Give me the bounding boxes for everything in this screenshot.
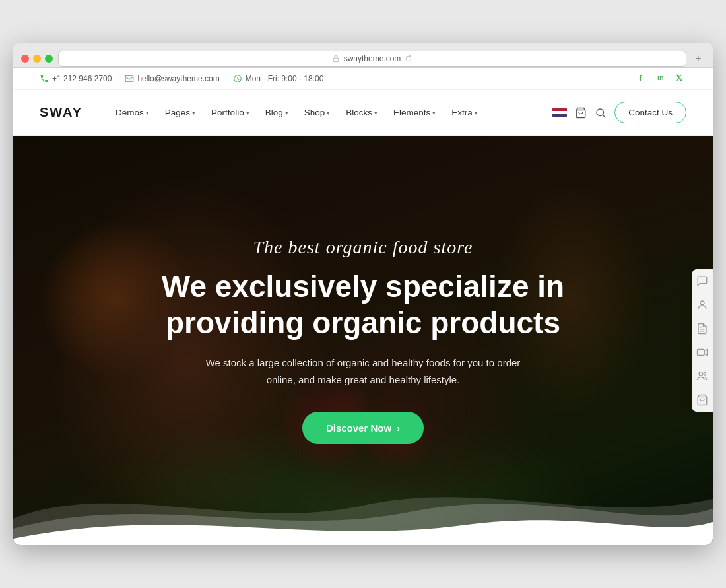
discover-now-button[interactable]: Discover Now › <box>302 412 424 444</box>
sidebar-right-panel <box>692 269 713 412</box>
url-text: swaytheme.com <box>344 54 401 63</box>
linkedin-icon[interactable]: in <box>657 73 668 84</box>
email-item: hello@swaytheme.com <box>125 74 219 83</box>
cart-sidebar-icon[interactable] <box>696 393 709 407</box>
hero-subtitle: The best organic food store <box>253 237 473 258</box>
nav-right-icons: Contact Us <box>552 102 686 123</box>
svg-point-4 <box>597 109 604 116</box>
phone-item: +1 212 946 2700 <box>40 74 112 83</box>
svg-line-5 <box>603 115 605 117</box>
close-button[interactable] <box>21 55 29 63</box>
hours-item: Mon - Fri: 9:00 - 18:00 <box>233 74 324 83</box>
refresh-icon[interactable] <box>405 55 412 63</box>
nav-menu: Demos ▾ Pages ▾ Portfolio ▾ Blog ▾ Shop … <box>109 102 552 123</box>
cart-icon[interactable] <box>575 107 587 119</box>
browser-window: swaytheme.com + +1 212 946 2700 hello@sw… <box>13 43 713 545</box>
nav-elements[interactable]: Elements ▾ <box>387 102 442 123</box>
lock-icon <box>332 55 340 63</box>
chevron-down-icon: ▾ <box>327 110 330 116</box>
nav-pages[interactable]: Pages ▾ <box>158 102 202 123</box>
fullscreen-button[interactable] <box>45 55 53 63</box>
svg-point-8 <box>699 372 702 376</box>
hero-content: The best organic food store We exclusive… <box>13 136 713 545</box>
social-links: f in 𝕏 <box>639 73 686 84</box>
search-icon[interactable] <box>595 107 607 119</box>
email-text: hello@swaytheme.com <box>137 74 219 83</box>
top-bar: +1 212 946 2700 hello@swaytheme.com Mon … <box>13 68 713 90</box>
chevron-down-icon: ▾ <box>432 110 436 116</box>
chevron-down-icon: ▾ <box>475 110 478 116</box>
svg-rect-1 <box>126 75 134 81</box>
svg-rect-7 <box>698 350 705 356</box>
nav-demos[interactable]: Demos ▾ <box>109 102 156 123</box>
hero-section: The best organic food store We exclusive… <box>13 136 713 545</box>
user-circle-icon[interactable] <box>696 298 709 311</box>
phone-icon <box>40 74 49 83</box>
address-bar[interactable]: swaytheme.com <box>58 51 686 67</box>
contact-us-button[interactable]: Contact Us <box>614 102 686 123</box>
hero-title: We exclusively specialize in providing o… <box>139 269 587 341</box>
hours-text: Mon - Fri: 9:00 - 18:00 <box>246 74 324 83</box>
top-bar-contact-info: +1 212 946 2700 hello@swaytheme.com Mon … <box>40 74 323 83</box>
chevron-down-icon: ▾ <box>146 110 149 116</box>
new-tab-button[interactable]: + <box>692 52 705 65</box>
document-icon[interactable] <box>696 322 709 335</box>
chat-icon[interactable] <box>696 275 709 288</box>
phone-text: +1 212 946 2700 <box>52 74 112 83</box>
language-flag[interactable] <box>552 108 567 117</box>
minimize-button[interactable] <box>33 55 41 63</box>
twitter-icon[interactable]: 𝕏 <box>676 73 686 84</box>
chevron-down-icon: ▾ <box>246 110 249 116</box>
chevron-down-icon: ▾ <box>285 110 288 116</box>
traffic-lights <box>21 55 53 63</box>
nav-shop[interactable]: Shop ▾ <box>298 102 337 123</box>
facebook-icon[interactable]: f <box>639 73 649 84</box>
svg-point-6 <box>700 301 704 305</box>
chevron-down-icon: ▾ <box>192 110 195 116</box>
chevron-down-icon: ▾ <box>374 110 378 116</box>
nav-extra[interactable]: Extra ▾ <box>445 102 484 123</box>
nav-blog[interactable]: Blog ▾ <box>259 102 295 123</box>
browser-chrome: swaytheme.com + <box>13 43 713 68</box>
clock-icon <box>233 74 242 83</box>
svg-rect-0 <box>333 58 339 61</box>
email-icon <box>125 74 134 83</box>
brand-logo[interactable]: SWAY <box>40 105 82 120</box>
hero-description: We stock a large collection of organic a… <box>205 354 521 388</box>
nav-portfolio[interactable]: Portfolio ▾ <box>205 102 256 123</box>
video-icon[interactable] <box>696 346 709 359</box>
nav-blocks[interactable]: Blocks ▾ <box>339 102 384 123</box>
arrow-right-icon: › <box>397 422 400 434</box>
users-icon[interactable] <box>696 370 709 383</box>
svg-point-9 <box>704 372 706 375</box>
navbar: SWAY Demos ▾ Pages ▾ Portfolio ▾ Blog ▾ … <box>13 90 713 136</box>
